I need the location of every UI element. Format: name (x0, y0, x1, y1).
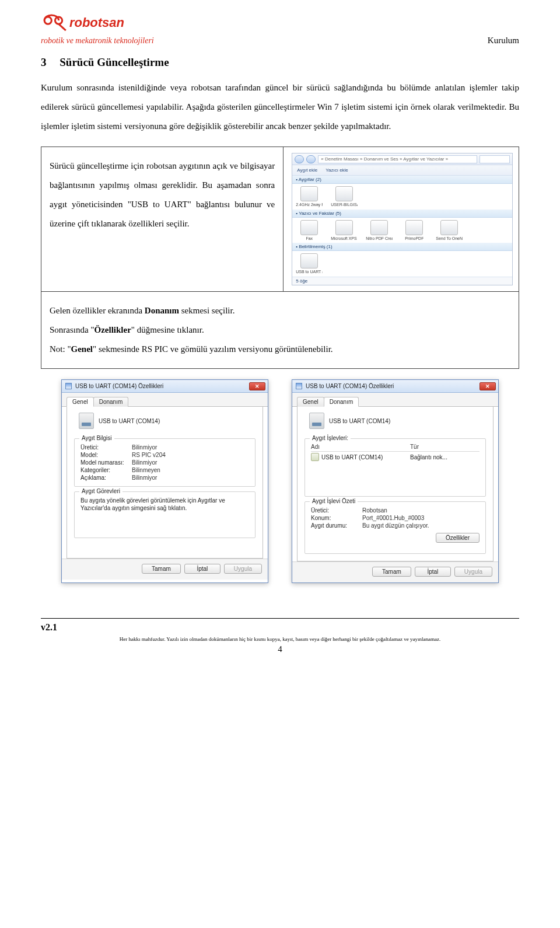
doc-version: v2.1 (41, 622, 519, 633)
group-title: Aygıt İşlevi Özeti (310, 498, 358, 504)
group-device-functions: Aygıt İşlevleri: Adı Tür USB to UART (CO… (304, 438, 486, 497)
section-heading: 3 Sürücü Güncelleştirme (41, 56, 519, 69)
device-usb-uart[interactable]: USB to UART (COM14) (296, 253, 323, 274)
category-printers[interactable]: • Yazıcı ve Fakslar (5) (292, 210, 512, 218)
list-header: Adı Tür (311, 444, 480, 452)
footer-rule (41, 618, 519, 619)
bold-ozellikler: Özellikler (94, 325, 131, 334)
laptop-icon (335, 186, 353, 201)
tab-strip: Genel Donanım (292, 393, 498, 407)
window-icon (296, 383, 302, 389)
kv-row: Üretici:Robotsan (311, 507, 480, 514)
group-function-summary: Aygıt İşlevi Özeti Üretici:Robotsan Konu… (304, 501, 486, 554)
category-unspecified[interactable]: • Belirtilmemiş (1) (292, 243, 512, 251)
list-row[interactable]: USB to UART (COM14) Bağlantı nok... (311, 452, 480, 462)
close-icon[interactable]: ✕ (480, 382, 496, 390)
properties-dialog-genel: USB to UART (COM14) Özellikleri ✕ Genel … (61, 379, 268, 583)
category-devices[interactable]: • Aygıtlar (2) (292, 176, 512, 184)
nav-fwd-icon[interactable] (306, 155, 316, 163)
apply-button[interactable]: Uygula (454, 567, 492, 577)
section-number: 3 (41, 56, 47, 68)
dialog-button-row: Tamam İptal Uygula (292, 561, 498, 582)
kv-row: Konum:Port_#0001.Hub_#0003 (311, 514, 480, 522)
properties-button[interactable]: Özellikler (436, 533, 480, 543)
printer-primo[interactable]: PrimoPDF (401, 220, 428, 241)
device-mouse[interactable]: 2.4GHz 2way RF Mouse Receiver (296, 186, 323, 207)
bold-donanim: Donanım (145, 306, 179, 315)
nav-back-icon[interactable] (295, 155, 304, 163)
kv-row: Model numarası:Bilinmiyor (80, 459, 249, 466)
tab-genel[interactable]: Genel (66, 397, 94, 407)
toolbar-add-device[interactable]: Aygıt ekle (297, 168, 317, 173)
tab-genel[interactable]: Genel (297, 397, 324, 407)
status-item-count: 5 öğe (292, 277, 512, 285)
kv-row: Model:RS PIC v204 (80, 451, 249, 459)
dialog-button-row: Tamam İptal Uygula (62, 559, 268, 580)
tab-content-donanim: USB to UART (COM14) Aygıt İşlevleri: Adı… (297, 407, 494, 561)
device-name: USB to UART (COM14) (329, 418, 390, 424)
kv-row: Kategoriler:Bilinmeyen (80, 466, 249, 474)
logo-block: robotsan robotik ve mekatronik teknoloji… (41, 12, 169, 46)
svg-text:robotsan: robotsan (69, 15, 124, 30)
printer-onenote[interactable]: Send To OneNote 2007 (436, 220, 463, 241)
explorer-toolbar: Aygıt ekle Yazıcı ekle (292, 165, 512, 176)
col-type: Tür (410, 444, 419, 450)
kv-row: Açıklama:Bilinmiyor (80, 474, 249, 482)
mouse-icon (300, 186, 318, 201)
page-number: 4 (41, 644, 519, 654)
device-icon (79, 413, 94, 429)
group-device-tasks: Aygıt Görevleri Bu aygıta yönelik görevl… (74, 491, 256, 538)
explorer-navbar: « Denetim Masası » Donanım ve Ses » Aygı… (292, 153, 512, 165)
printer-xps[interactable]: Microsoft XPS Document Writer (331, 220, 358, 241)
step-row-1: Sürücü güncelleştirme için robotsan aygı… (41, 146, 519, 292)
printer-fax[interactable]: Fax (296, 220, 323, 241)
printer-nitro[interactable]: Nitro PDF Creator 2 (Reader) (366, 220, 393, 241)
tab-donanim[interactable]: Donanım (324, 397, 359, 407)
page-header: robotsan robotik ve mekatronik teknoloji… (41, 12, 519, 46)
cancel-button[interactable]: İptal (415, 567, 451, 577)
intro-paragraph: Kurulum sonrasında istenildiğinde veya r… (41, 78, 519, 136)
dialog-titlebar[interactable]: USB to UART (COM14) Özellikleri ✕ (62, 380, 268, 393)
ok-button[interactable]: Tamam (142, 564, 181, 574)
step-2-line1: Gelen özellikler ekranında Donanım sekme… (50, 301, 510, 320)
list-cell-name: USB to UART (COM14) (321, 454, 410, 460)
robotsan-logo: robotsan (41, 12, 169, 35)
step-1-screenshot: « Denetim Masası » Donanım ve Ses » Aygı… (292, 147, 519, 291)
window-icon (65, 383, 72, 389)
usb-uart-icon (300, 253, 318, 268)
explorer-search-input[interactable] (480, 155, 510, 163)
tab-donanim[interactable]: Donanım (93, 397, 129, 407)
group-title: Aygıt Görevleri (79, 488, 123, 494)
device-computer[interactable]: USER-BILGISAYA R (331, 186, 358, 207)
step-row-2: Gelen özellikler ekranında Donanım sekme… (41, 292, 519, 369)
section-title-text: Sürücü Güncelleştirme (60, 56, 169, 68)
dialogs-row: USB to UART (COM14) Özellikleri ✕ Genel … (41, 379, 519, 583)
tab-strip: Genel Donanım (62, 393, 268, 407)
copyright-notice: Her hakkı mahfuzdur. Yazılı izin olmadan… (41, 636, 519, 642)
group-title: Aygıt İşlevleri: (310, 435, 351, 441)
bold-genel: Genel (71, 344, 93, 354)
cancel-button[interactable]: İptal (184, 564, 220, 574)
group-title: Aygıt Bilgisi (79, 435, 114, 441)
printer-icon (335, 220, 353, 235)
step-1-text: Sürücü güncelleştirme için robotsan aygı… (41, 147, 284, 291)
kv-row: Üretici:Bilinmiyor (80, 444, 249, 451)
device-name: USB to UART (COM14) (99, 418, 160, 424)
logo-tagline: robotik ve mekatronik teknolojileri (41, 36, 169, 46)
dialog-title: USB to UART (COM14) Özellikleri (306, 383, 480, 389)
step-2-line3: Not: "Genel" sekmesinde RS PIC ve gömülü… (50, 340, 510, 359)
tasks-text: Bu aygıta yönelik görevleri görüntülemek… (80, 497, 249, 512)
device-icon (309, 413, 324, 429)
close-icon[interactable]: ✕ (249, 382, 265, 390)
list-cell-type: Bağlantı nok... (410, 454, 447, 460)
printer-icon (405, 220, 423, 235)
header-section-label: Kurulum (488, 36, 519, 46)
dialog-titlebar[interactable]: USB to UART (COM14) Özellikleri ✕ (292, 380, 498, 393)
apply-button[interactable]: Uygula (224, 564, 262, 574)
breadcrumb[interactable]: « Denetim Masası » Donanım ve Ses » Aygı… (318, 155, 477, 163)
properties-dialog-donanim: USB to UART (COM14) Özellikleri ✕ Genel … (292, 379, 499, 583)
toolbar-add-printer[interactable]: Yazıcı ekle (326, 168, 348, 173)
printer-icon (370, 220, 388, 235)
dialog-title: USB to UART (COM14) Özellikleri (75, 383, 249, 389)
ok-button[interactable]: Tamam (372, 567, 411, 577)
